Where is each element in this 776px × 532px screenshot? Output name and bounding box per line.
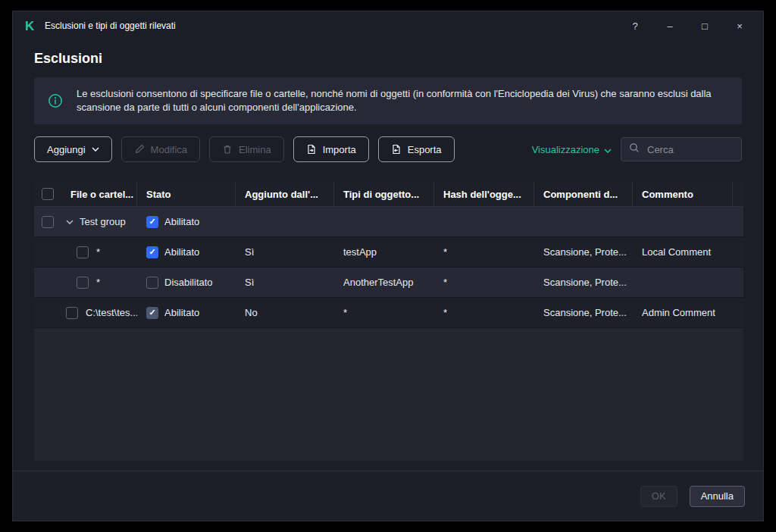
row-select-checkbox[interactable] bbox=[42, 216, 54, 228]
import-button[interactable]: Importa bbox=[293, 136, 369, 162]
select-all-checkbox[interactable] bbox=[42, 188, 54, 200]
components-cell: Scansione, Prote... bbox=[534, 307, 633, 318]
export-button-label: Esporta bbox=[408, 144, 442, 155]
table-row[interactable]: * Abilitato Sì testApp * Scansione, Prot… bbox=[34, 237, 743, 268]
status-checkbox[interactable] bbox=[146, 216, 158, 228]
status-label: Abilitato bbox=[164, 246, 199, 258]
minimize-button[interactable]: – bbox=[652, 11, 687, 40]
hash-cell: * bbox=[434, 307, 534, 318]
components-cell: Scansione, Prote... bbox=[534, 277, 633, 288]
export-button[interactable]: Esporta bbox=[378, 136, 455, 162]
title-bar: K Esclusioni e tipi di oggetti rilevati … bbox=[13, 11, 763, 40]
import-button-label: Importa bbox=[323, 144, 356, 155]
status-checkbox[interactable] bbox=[146, 307, 158, 319]
table-row-group[interactable]: Test group Abilitato bbox=[34, 207, 743, 237]
add-button[interactable]: Aggiungi bbox=[34, 136, 112, 162]
column-header-status[interactable]: Stato bbox=[137, 182, 236, 206]
hash-cell: * bbox=[434, 246, 534, 258]
row-select-checkbox[interactable] bbox=[66, 307, 78, 319]
group-name: Test group bbox=[80, 216, 126, 227]
export-icon bbox=[391, 144, 402, 155]
comment-cell: Local Comment bbox=[633, 246, 733, 258]
window-title: Esclusioni e tipi di oggetti rilevati bbox=[45, 20, 176, 31]
ok-button[interactable]: OK bbox=[640, 486, 677, 507]
object-types-cell: AnotherTestApp bbox=[334, 277, 434, 288]
view-dropdown-label: Visualizzazione bbox=[532, 144, 599, 155]
trash-icon bbox=[222, 144, 233, 155]
column-header-comment[interactable]: Commento bbox=[633, 182, 733, 206]
file-cell: * bbox=[96, 277, 100, 288]
hash-cell: * bbox=[434, 277, 534, 288]
comment-cell: Admin Comment bbox=[633, 307, 733, 318]
view-dropdown[interactable]: Visualizzazione bbox=[532, 144, 612, 155]
status-checkbox[interactable] bbox=[146, 277, 158, 289]
pencil-icon bbox=[134, 144, 145, 155]
search-input[interactable] bbox=[646, 143, 734, 156]
status-label: Disabilitato bbox=[164, 277, 213, 288]
delete-button[interactable]: Elimina bbox=[209, 136, 284, 162]
added-by-cell: No bbox=[236, 307, 334, 318]
help-button[interactable]: ? bbox=[618, 11, 652, 40]
search-icon bbox=[629, 142, 640, 156]
file-cell: C:\test\tes... bbox=[86, 307, 137, 318]
column-header-components[interactable]: Componenti d... bbox=[534, 182, 633, 206]
components-cell: Scansione, Prote... bbox=[534, 246, 633, 258]
kaspersky-logo-icon: K bbox=[25, 20, 39, 33]
column-header-hash[interactable]: Hash dell'ogge... bbox=[434, 182, 534, 206]
info-icon bbox=[34, 93, 77, 108]
collapse-chevron-icon[interactable] bbox=[66, 220, 74, 224]
object-types-cell: * bbox=[334, 307, 434, 318]
added-by-cell: Sì bbox=[236, 277, 334, 288]
toolbar: Aggiungi Modifica Elimina Importa bbox=[34, 136, 742, 162]
column-header-added-by[interactable]: Aggiunto dall'... bbox=[236, 182, 334, 206]
edit-button-label: Modifica bbox=[151, 144, 187, 155]
page-title: Esclusioni bbox=[34, 51, 763, 67]
chevron-down-icon bbox=[92, 147, 99, 152]
import-icon bbox=[306, 144, 317, 155]
chevron-down-icon bbox=[604, 144, 612, 155]
banner-text: Le esclusioni consentono di specificare … bbox=[77, 87, 724, 114]
dialog-window: K Esclusioni e tipi di oggetti rilevati … bbox=[12, 11, 764, 521]
column-header-object-types[interactable]: Tipi di oggetto... bbox=[334, 182, 434, 206]
delete-button-label: Elimina bbox=[239, 144, 271, 155]
file-cell: * bbox=[96, 246, 100, 258]
column-header-file[interactable]: File o cartel... bbox=[61, 182, 137, 206]
exclusions-table: File o cartel... Stato Aggiunto dall'...… bbox=[34, 182, 743, 461]
cancel-button[interactable]: Annulla bbox=[690, 486, 745, 507]
row-select-checkbox[interactable] bbox=[77, 277, 89, 289]
added-by-cell: Sì bbox=[236, 246, 334, 258]
close-button[interactable]: × bbox=[722, 11, 757, 40]
window-controls: ? – □ × bbox=[618, 11, 757, 40]
dialog-footer: OK Annulla bbox=[13, 471, 763, 521]
search-box bbox=[621, 137, 742, 161]
maximize-button[interactable]: □ bbox=[687, 11, 722, 40]
add-button-label: Aggiungi bbox=[47, 144, 86, 155]
object-types-cell: testApp bbox=[334, 246, 434, 258]
edit-button[interactable]: Modifica bbox=[121, 136, 200, 162]
table-empty-area bbox=[34, 328, 743, 461]
info-banner: Le esclusioni consentono di specificare … bbox=[34, 77, 742, 124]
table-header-row: File o cartel... Stato Aggiunto dall'...… bbox=[34, 182, 743, 207]
status-label: Abilitato bbox=[164, 216, 199, 227]
status-checkbox[interactable] bbox=[146, 246, 158, 258]
table-row[interactable]: C:\test\tes... Abilitato No * * Scansion… bbox=[34, 298, 743, 328]
table-row[interactable]: * Disabilitato Sì AnotherTestApp * Scans… bbox=[34, 268, 743, 298]
status-label: Abilitato bbox=[164, 307, 199, 318]
row-select-checkbox[interactable] bbox=[77, 246, 89, 258]
